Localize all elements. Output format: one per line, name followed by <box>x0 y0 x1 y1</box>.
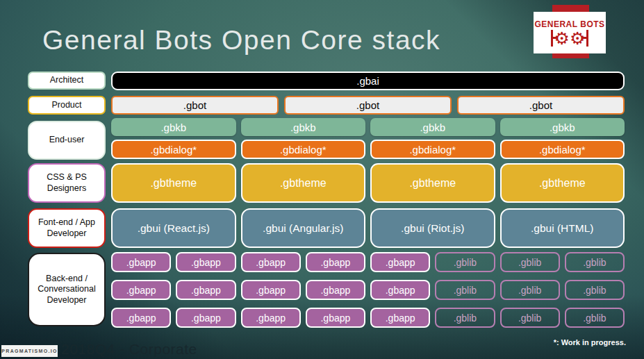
gbdialog-block: .gbdialog* <box>241 140 366 159</box>
gbapp-block: .gbapp <box>306 252 365 272</box>
row-label-text: Back-end / Conversational Developer <box>33 274 100 306</box>
gbapp-block: .gbapp <box>241 280 301 300</box>
footer-caption: 2018Q4 - Corporate <box>61 341 197 358</box>
row-gbkb: .gbkb .gbkb .gbkb .gbkb <box>111 118 625 136</box>
gbapp-block: .gbapp <box>111 308 171 328</box>
gbai-block: .gbai <box>111 72 625 90</box>
gbapp-block: .gbapp <box>176 252 236 272</box>
gbapp-block: .gbapp <box>241 308 301 328</box>
row-label-text: Architect <box>50 75 84 86</box>
gbapp-block: .gbapp <box>176 280 236 300</box>
gbapp-block: .gbapp <box>241 252 301 272</box>
gbot-block: .gbot <box>284 96 452 115</box>
logo-text: GENERAL BOTS <box>534 19 604 29</box>
gbkb-block: .gbkb <box>111 118 236 136</box>
gbui-react-block: .gbui (React.js) <box>111 208 236 248</box>
row-label-css-ps-designers: CSS & PS Designers <box>28 163 106 203</box>
gbapp-block: .gbapp <box>306 280 365 300</box>
gbapp-block: .gbapp <box>370 308 430 328</box>
row-label-product: Product <box>28 96 106 115</box>
gblib-block: .gblib <box>500 280 560 300</box>
gbui-riot-block: .gbui (Riot.js) <box>370 208 495 248</box>
gblib-block: .gblib <box>500 252 560 272</box>
slide: General Bots Open Core stack GENERAL BOT… <box>0 0 644 359</box>
row-label-text: CSS & PS Designers <box>33 172 100 194</box>
gbapp-block: .gbapp <box>111 280 171 300</box>
gbkb-block: .gbkb <box>500 118 625 136</box>
row-gbot: .gbot .gbot .gbot <box>111 96 625 115</box>
row-label-text: Product <box>51 100 81 111</box>
gbtheme-block: .gbtheme <box>500 163 625 203</box>
gbui-html-block: .gbui (HTML) <box>500 208 625 248</box>
gears-icon: ⚙ ⚙ <box>551 30 589 47</box>
row-label-end-user: End-user <box>28 121 106 160</box>
gbkb-block: .gbkb <box>370 118 495 136</box>
row-gbdialog: .gbdialog* .gbdialog* .gbdialog* .gbdial… <box>111 140 625 159</box>
row-gbapp-gblib-1: .gbapp .gbapp .gbapp .gbapp .gbapp .gbli… <box>111 252 625 272</box>
gbapp-block: .gbapp <box>111 252 171 272</box>
gbapp-block: .gbapp <box>306 308 365 328</box>
page-title: General Bots Open Core stack <box>42 25 440 56</box>
gblib-block: .gblib <box>565 308 625 328</box>
row-gbtheme: .gbtheme .gbtheme .gbtheme .gbtheme <box>111 163 625 203</box>
gblib-block: .gblib <box>500 308 560 328</box>
gblib-block: .gblib <box>435 252 495 272</box>
row-gbapp-gblib-3: .gbapp .gbapp .gbapp .gbapp .gbapp .gbli… <box>111 308 625 328</box>
gbtheme-block: .gbtheme <box>370 163 495 203</box>
gbapp-block: .gbapp <box>176 308 236 328</box>
gear-bar-left <box>551 30 553 47</box>
gbot-block: .gbot <box>111 96 279 115</box>
gbui-angular-block: .gbui (Angular.js) <box>241 208 366 248</box>
gblib-block: .gblib <box>435 308 495 328</box>
gblib-block: .gblib <box>565 280 625 300</box>
pragmatismo-badge: PRAGMATISMO.IO <box>1 345 58 357</box>
gbapp-block: .gbapp <box>370 252 430 272</box>
row-label-text: Font-end / App Developer <box>33 217 100 239</box>
general-bots-logo: GENERAL BOTS ⚙ ⚙ <box>534 12 606 53</box>
row-label-frontend-app-developer: Font-end / App Developer <box>28 208 106 248</box>
row-gbapp-gblib-2: .gbapp .gbapp .gbapp .gbapp .gbapp .gbli… <box>111 280 625 300</box>
row-label-text: End-user <box>49 135 85 146</box>
gbapp-block: .gbapp <box>370 280 430 300</box>
gbdialog-block: .gbdialog* <box>370 140 495 159</box>
gbot-block: .gbot <box>457 96 625 115</box>
row-gbui: .gbui (React.js) .gbui (Angular.js) .gbu… <box>111 208 625 248</box>
gbtheme-block: .gbtheme <box>241 163 366 203</box>
gbdialog-block: .gbdialog* <box>500 140 625 159</box>
gbdialog-block: .gbdialog* <box>111 140 236 159</box>
gear-bar-right <box>586 30 588 47</box>
gblib-block: .gblib <box>435 280 495 300</box>
work-in-progress-note: *: Work in progress. <box>554 338 626 347</box>
gbkb-block: .gbkb <box>241 118 366 136</box>
row-label-architect: Architect <box>28 72 106 90</box>
gblib-block: .gblib <box>565 252 625 272</box>
row-gbai: .gbai <box>111 72 625 90</box>
gbtheme-block: .gbtheme <box>111 163 236 203</box>
row-label-backend-conversational-developer: Back-end / Conversational Developer <box>28 253 106 326</box>
